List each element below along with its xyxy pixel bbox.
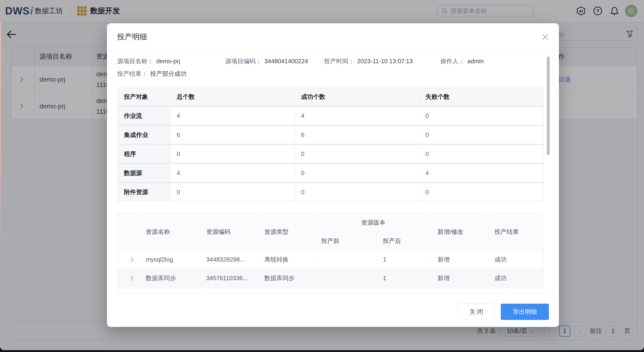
col-resource-type: 资源类型 (258, 214, 315, 250)
resource-row[interactable]: mysql2log 3448328298... 离线转换 1 新增 成功 (118, 250, 543, 269)
col-resource-name: 资源名称 (140, 214, 200, 250)
summary-row: 附件资源 0 0 0 (118, 183, 543, 201)
close-button[interactable]: 关 闭 (458, 304, 494, 320)
production-detail-dialog: 投产明细 源项目名称：demo-prj 源项目编码：3448041400224 … (107, 23, 559, 327)
summary-col-success: 成功个数 (295, 88, 420, 106)
expand-row-icon[interactable] (118, 250, 140, 269)
col-after-production: 投产后 (377, 232, 431, 250)
col-before-production: 投产前 (315, 232, 377, 250)
resource-expand-col (118, 214, 140, 250)
dialog-header: 投产明细 (107, 23, 559, 51)
production-summary-table: 投产对象 总个数 成功个数 失败个数 作业流 4 4 0 集成作业 6 6 0 … (118, 88, 544, 201)
close-icon[interactable] (542, 34, 549, 40)
col-resource-version-group: 资源版本 投产前 投产后 (315, 214, 432, 250)
resource-row[interactable]: 数据库同步 34576110336... 数据库同步 1 新增 成功 (118, 269, 543, 288)
info-operator: 操作人：admin (440, 57, 484, 65)
expand-row-icon[interactable] (118, 269, 140, 287)
modal-scrollbar-thumb[interactable] (547, 56, 550, 155)
summary-header-row: 投产对象 总个数 成功个数 失败个数 (118, 88, 543, 106)
summary-row: 作业流 4 4 0 (118, 107, 543, 124)
info-production-result: 投产结果：投产部分成功 (117, 70, 186, 78)
info-production-time: 投产时间：2023-11-10 13:07:13 (324, 57, 413, 65)
info-source-project-code: 源项目编码：3448041400224 (225, 57, 308, 65)
summary-row: 数据源 4 0 4 (118, 164, 543, 182)
summary-col-object: 投产对象 (118, 88, 171, 106)
summary-row: 集成作业 6 6 0 (118, 126, 543, 144)
export-detail-button[interactable]: 导出明细 (501, 304, 549, 320)
resource-header: 资源名称 资源编码 资源类型 资源版本 投产前 投产后 新增/修改 投产结果 (118, 214, 543, 250)
dialog-title: 投产明细 (117, 32, 147, 42)
summary-col-fail: 失败个数 (420, 88, 543, 106)
resource-detail-table: 资源名称 资源编码 资源类型 资源版本 投产前 投产后 新增/修改 投产结果 m… (118, 214, 544, 294)
resource-row-clipped (118, 288, 543, 294)
info-source-project-name: 源项目名称：demo-prj (117, 57, 180, 65)
summary-row: 程序 0 0 0 (118, 145, 543, 163)
app-window: DWS i 数据工坊 数据开发 AI (0, 0, 644, 350)
col-add-modify: 新增/修改 (432, 214, 488, 250)
left-edge-artifact (0, 22, 1, 255)
col-production-result: 投产结果 (488, 214, 543, 250)
col-resource-code: 资源编码 (200, 214, 258, 250)
summary-col-total: 总个数 (171, 88, 295, 106)
